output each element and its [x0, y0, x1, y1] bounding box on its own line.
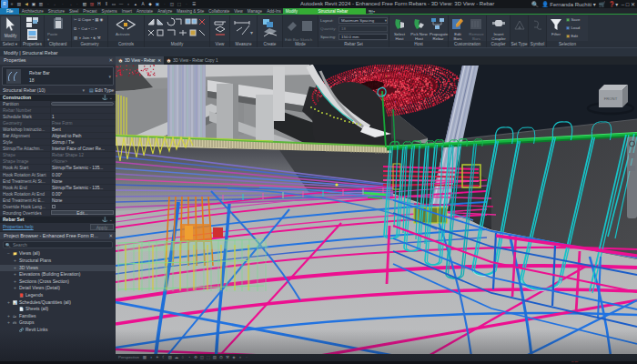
- svg-text:▾: ▾: [250, 30, 253, 35]
- svg-text:FRONT: FRONT: [604, 96, 618, 101]
